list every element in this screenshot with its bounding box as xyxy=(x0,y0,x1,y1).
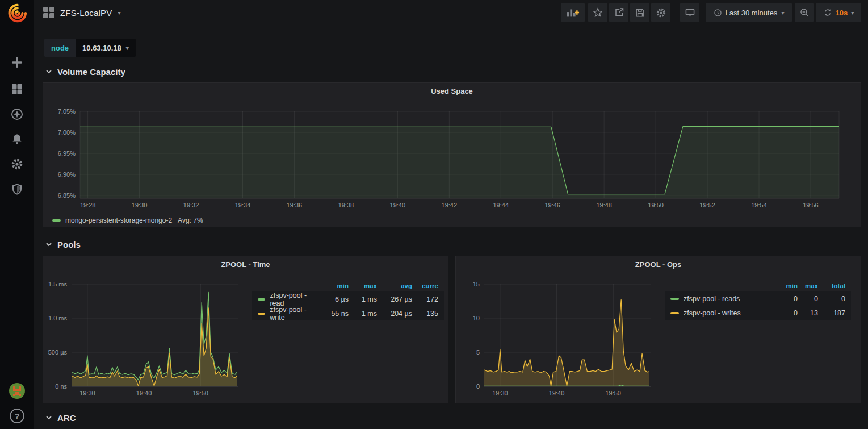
svg-text:10: 10 xyxy=(473,315,480,322)
chevron-down-icon: ▾ xyxy=(118,10,120,16)
section-arc[interactable]: ARC xyxy=(45,411,76,424)
user-avatar[interactable] xyxy=(6,380,28,402)
chevron-down-icon xyxy=(45,241,52,247)
series-color-dash xyxy=(670,312,679,314)
variable-value: 10.63.10.18 xyxy=(82,44,121,52)
svg-text:6.85%: 6.85% xyxy=(58,192,76,199)
zpool-time-chart[interactable]: 1.5 ms1.0 ms500 µs0 ns19:3019:4019:50 xyxy=(43,256,448,403)
server-admin-shield-icon[interactable] xyxy=(6,178,28,201)
svg-text:19:56: 19:56 xyxy=(803,202,819,209)
variable-label: node xyxy=(44,39,76,57)
svg-text:19:30: 19:30 xyxy=(132,202,148,209)
svg-text:19:32: 19:32 xyxy=(183,202,199,209)
sidebar: ? xyxy=(0,0,34,429)
series-color-dash xyxy=(258,313,265,315)
configuration-gear-icon[interactable] xyxy=(6,153,28,176)
legend-header-min[interactable]: min xyxy=(323,282,354,289)
chevron-down-icon: ▾ xyxy=(781,10,784,16)
chevron-down-icon xyxy=(45,69,52,74)
svg-text:19:30: 19:30 xyxy=(492,390,508,397)
legend-row-write: zfspv-pool - write 55 ns 1 ms 204 µs 135 xyxy=(252,306,444,320)
time-range-picker[interactable]: Last 30 minutes ▾ xyxy=(706,3,792,22)
tv-mode-button[interactable] xyxy=(680,3,699,22)
legend-series-toggle[interactable]: zfspv-pool - write xyxy=(252,306,323,322)
svg-text:19:40: 19:40 xyxy=(549,390,565,397)
svg-text:1.5 ms: 1.5 ms xyxy=(48,281,68,288)
svg-text:0: 0 xyxy=(476,383,480,390)
legend-series-toggle[interactable]: zfspv-pool - read xyxy=(252,291,323,307)
panel-used-space: Used Space 7.05%7.00%6.95%6.90%6.85%19:2… xyxy=(43,82,861,227)
clock-icon xyxy=(714,9,722,17)
legend-series-toggle[interactable]: zfspv-pool - reads xyxy=(665,295,774,303)
refresh-icon xyxy=(823,8,832,17)
legend-header-current[interactable]: curre xyxy=(418,282,444,289)
chevron-down-icon xyxy=(45,415,52,420)
svg-text:500 µs: 500 µs xyxy=(48,349,68,356)
panel-zpool-ops: ZPOOL - Ops 15105019:3019:4019:50 min ma… xyxy=(455,256,861,403)
panel-zpool-time: ZPOOL - Time 1.5 ms1.0 ms500 µs0 ns19:30… xyxy=(43,256,448,403)
svg-text:19:42: 19:42 xyxy=(442,202,458,209)
refresh-picker[interactable]: 10s ▾ xyxy=(816,3,861,22)
svg-text:19:40: 19:40 xyxy=(136,390,152,397)
dashboard-settings-button[interactable] xyxy=(651,3,670,22)
star-button[interactable] xyxy=(588,3,607,22)
svg-text:19:28: 19:28 xyxy=(80,202,96,209)
legend-series-toggle[interactable]: zfspv-pool - writes xyxy=(665,309,774,317)
share-button[interactable] xyxy=(609,3,628,22)
legend-row-writes: zfspv-pool - writes 0 13 187 xyxy=(665,306,851,320)
used-space-chart[interactable]: 7.05%7.00%6.95%6.90%6.85%19:2819:3019:32… xyxy=(43,83,861,227)
chevron-down-icon: ▾ xyxy=(851,10,854,16)
explore-compass-icon[interactable] xyxy=(6,103,28,126)
section-pools[interactable]: Pools xyxy=(45,238,81,251)
template-variable-node: node 10.63.10.18 ▾ xyxy=(44,39,136,57)
svg-text:1.0 ms: 1.0 ms xyxy=(48,315,68,322)
svg-text:5: 5 xyxy=(476,349,480,356)
zoom-out-button[interactable] xyxy=(795,3,814,22)
add-panel-button[interactable] xyxy=(561,3,585,22)
chevron-down-icon: ▾ xyxy=(126,45,129,51)
grafana-dashboard: ? ZFS-LocalPV ▾ xyxy=(0,0,868,429)
svg-text:7.05%: 7.05% xyxy=(58,108,76,115)
dashboards-icon[interactable] xyxy=(6,78,28,101)
svg-text:19:40: 19:40 xyxy=(390,202,406,209)
dashboard-title: ZFS-LocalPV xyxy=(60,8,112,18)
svg-text:19:50: 19:50 xyxy=(648,202,664,209)
series-color-dash xyxy=(52,219,61,222)
svg-text:15: 15 xyxy=(473,281,480,288)
zpool-time-legend: min max avg curre zfspv-pool - read 6 µs… xyxy=(252,280,444,320)
variable-value-dropdown[interactable]: 10.63.10.18 ▾ xyxy=(76,39,136,57)
help-icon[interactable]: ? xyxy=(6,405,28,427)
svg-text:7.00%: 7.00% xyxy=(58,129,76,136)
svg-text:19:48: 19:48 xyxy=(596,202,612,209)
svg-text:19:46: 19:46 xyxy=(544,202,560,209)
alerting-bell-icon[interactable] xyxy=(6,128,28,151)
svg-text:19:38: 19:38 xyxy=(338,202,354,209)
legend-header-total[interactable]: total xyxy=(824,282,851,289)
legend-row-reads: zfspv-pool - reads 0 0 0 xyxy=(665,291,851,306)
save-button[interactable] xyxy=(630,3,649,22)
series-color-dash xyxy=(258,298,265,301)
svg-text:19:52: 19:52 xyxy=(699,202,715,209)
svg-text:19:44: 19:44 xyxy=(493,202,509,209)
refresh-interval-label: 10s xyxy=(836,9,848,17)
series-color-dash xyxy=(670,298,679,300)
svg-text:6.90%: 6.90% xyxy=(58,171,76,178)
create-plus-icon[interactable] xyxy=(6,51,28,74)
top-navbar: ZFS-LocalPV ▾ xyxy=(34,0,868,25)
zpool-ops-chart[interactable]: 15105019:3019:4019:50 xyxy=(456,256,861,403)
dashboard-grid-icon xyxy=(43,7,54,18)
section-volume-capacity[interactable]: Volume Capacity xyxy=(45,65,125,78)
svg-text:19:36: 19:36 xyxy=(287,202,303,209)
legend-header-avg[interactable]: avg xyxy=(383,282,418,289)
legend-header-min[interactable]: min xyxy=(774,282,803,289)
time-range-label: Last 30 minutes xyxy=(726,9,778,17)
legend-header-max[interactable]: max xyxy=(354,282,383,289)
legend-header-max[interactable]: max xyxy=(803,282,824,289)
dashboard-title-dropdown[interactable]: ZFS-LocalPV ▾ xyxy=(43,0,120,25)
svg-text:19:54: 19:54 xyxy=(751,202,767,209)
svg-text:19:30: 19:30 xyxy=(79,390,95,397)
svg-text:6.95%: 6.95% xyxy=(58,150,76,157)
zpool-ops-legend: min max total zfspv-pool - reads 0 0 0 z… xyxy=(665,280,851,320)
used-space-legend[interactable]: mongo-persistent-storage-mongo-2 Avg: 7% xyxy=(52,216,203,225)
grafana-logo[interactable] xyxy=(6,2,28,24)
